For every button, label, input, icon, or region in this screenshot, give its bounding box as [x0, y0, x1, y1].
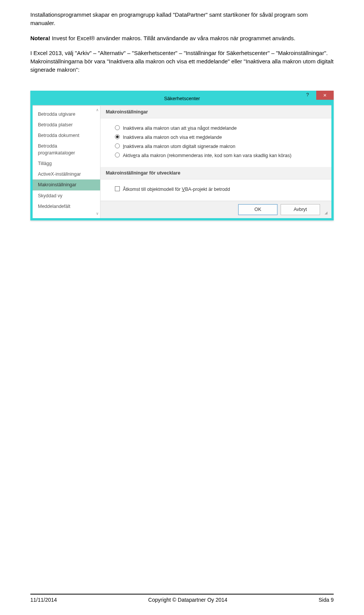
nav-item-betrodda-dokument[interactable]: Betrodda dokument [33, 130, 100, 141]
notice-label: Notera! [30, 35, 50, 41]
nav-item-betrodda-utgivare[interactable]: Betrodda utgivare [33, 109, 100, 120]
dialog-title: Säkerhetscenter [164, 95, 200, 102]
body-block: I Excel 2013, välj "Arkiv" – "Alternativ… [30, 49, 334, 74]
page-footer: 11/11/2014 Copyright © Datapartner Oy 20… [30, 594, 334, 604]
notice-text: Invest for Excel® använder makros. Tillå… [50, 35, 295, 41]
nav-item-skyddad-vy[interactable]: Skyddad vy [33, 190, 100, 201]
dialog-button-row: OK Avbryt ◢ [100, 201, 331, 218]
macro-radio-input-2[interactable] [115, 143, 120, 148]
macro-radio-label-1: Inaktivera alla makron och visa ett medd… [123, 134, 222, 141]
scroll-down-icon[interactable]: ∨ [95, 211, 99, 217]
footer-date: 11/11/2014 [30, 596, 57, 604]
scroll-up-icon[interactable]: ∧ [95, 107, 99, 113]
macro-radio-2[interactable]: Inaktivera alla makron utom digitalt sig… [115, 142, 326, 151]
intro-block: Installationsprogrammet skapar en progra… [30, 11, 334, 27]
window-controls: ? × [299, 91, 334, 100]
nav-sidebar: ∧ Betrodda utgivareBetrodda platserBetro… [33, 106, 100, 218]
nav-item-meddelandef-lt[interactable]: Meddelandefält [33, 201, 100, 212]
dialog-title-bar: Säkerhetscenter ? × [33, 93, 331, 105]
footer-copyright: Copyright © Datapartner Oy 2014 [148, 596, 228, 604]
footer-page: Sida 9 [318, 596, 334, 604]
ok-button[interactable]: OK [238, 204, 278, 215]
cancel-button[interactable]: Avbryt [281, 204, 320, 215]
notice-block: Notera! Invest for Excel® använder makro… [30, 34, 334, 42]
content-panel: Makroinställningar Inaktivera alla makro… [100, 106, 331, 218]
nav-item-till-gg[interactable]: Tillägg [33, 158, 100, 169]
macro-radio-1[interactable]: Inaktivera alla makron och visa ett medd… [115, 133, 326, 142]
close-button[interactable]: × [316, 91, 334, 100]
resize-grip-icon[interactable]: ◢ [325, 210, 328, 216]
developer-macro-header: Makroinställningar för utvecklare [100, 167, 331, 179]
nav-item-activex-inst-llningar[interactable]: ActiveX-inställningar [33, 169, 100, 179]
macro-radio-label-3: Aktivera alla makron (rekommenderas inte… [123, 152, 292, 159]
macro-radio-3[interactable]: Aktivera alla makron (rekommenderas inte… [115, 151, 326, 160]
vba-trust-checkbox-row[interactable]: Åtkomst till objektmodell för VBA-projek… [115, 185, 326, 194]
intro-para: Installationsprogrammet skapar en progra… [30, 11, 334, 27]
nav-item-betrodda-programkataloger[interactable]: Betrodda programkataloger [33, 141, 100, 158]
macro-radio-input-0[interactable] [115, 125, 120, 130]
macro-radio-label-2: Inaktivera alla makron utom digitalt sig… [123, 143, 235, 150]
macro-settings-header: Makroinställningar [100, 106, 331, 118]
nav-item-makroinst-llningar[interactable]: Makroinställningar [33, 179, 100, 190]
nav-item-betrodda-platser[interactable]: Betrodda platser [33, 120, 100, 130]
developer-macro-body: Åtkomst till objektmodell för VBA-projek… [100, 179, 331, 201]
help-button[interactable]: ? [299, 91, 316, 100]
macro-settings-body: Inaktivera alla makron utan att visa någ… [100, 118, 331, 167]
vba-trust-label: Åtkomst till objektmodell för VBA-projek… [123, 186, 230, 193]
macro-radio-input-3[interactable] [115, 153, 120, 157]
macro-radio-0[interactable]: Inaktivera alla makron utan att visa någ… [115, 124, 326, 133]
security-center-dialog: Säkerhetscenter ? × ∧ Betrodda utgivareB… [30, 91, 334, 220]
macro-radio-input-1[interactable] [115, 134, 120, 139]
macro-radio-label-0: Inaktivera alla makron utan att visa någ… [123, 125, 237, 132]
vba-trust-checkbox[interactable] [115, 186, 120, 191]
body-para: I Excel 2013, välj "Arkiv" – "Alternativ… [30, 49, 334, 74]
